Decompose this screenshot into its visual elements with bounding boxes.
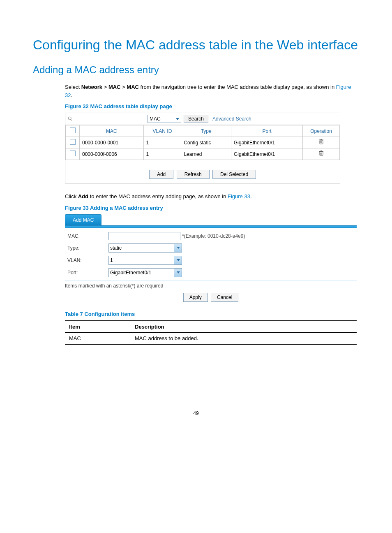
select-all-checkbox[interactable]: [70, 127, 76, 133]
table-row: 0000-0000-0001 1 Config static GigabitEt…: [66, 137, 340, 148]
td-item: MAC: [65, 332, 131, 344]
del-selected-button[interactable]: Del Selected: [212, 170, 256, 179]
table-row: 0000-000f-0006 1 Learned GigabitEthernet…: [66, 148, 340, 160]
col-port[interactable]: Port: [231, 125, 302, 137]
vlan-label: VLAN:: [67, 257, 108, 263]
cell-mac: 0000-0000-0001: [80, 137, 144, 148]
section-title: Adding a MAC address entry: [33, 64, 359, 76]
page-title: Configuring the MAC address table in the…: [33, 37, 359, 53]
cell-vlan: 1: [143, 137, 181, 148]
cell-mac: 0000-000f-0006: [80, 148, 144, 160]
paragraph-2: Click Add to enter the MAC address entry…: [65, 192, 359, 201]
advanced-search-link[interactable]: Advanced Search: [212, 116, 251, 122]
port-label: Port:: [67, 270, 108, 276]
svg-rect-13: [321, 151, 322, 151]
type-label: Type:: [67, 245, 108, 251]
row-checkbox[interactable]: [70, 139, 76, 145]
search-icon: [68, 116, 73, 121]
cell-type: Config static: [181, 137, 231, 148]
vlan-select[interactable]: [108, 256, 182, 265]
search-button[interactable]: Search: [184, 115, 208, 123]
col-mac[interactable]: MAC: [80, 125, 144, 137]
th-item: Item: [65, 321, 131, 333]
cell-port: GigabitEthernet0/1: [231, 148, 302, 160]
row-checkbox[interactable]: [70, 151, 76, 156]
td-description: MAC address to be added.: [131, 332, 357, 344]
required-note: Items marked with an asterisk(*) are req…: [65, 283, 357, 289]
svg-line-1: [71, 120, 72, 121]
figure-33-link[interactable]: Figure 33: [228, 193, 250, 199]
port-select[interactable]: [108, 268, 182, 277]
table-7-caption: Table 7 Configuration items: [65, 311, 359, 317]
svg-rect-6: [319, 140, 323, 141]
svg-rect-12: [319, 151, 323, 152]
page-number: 49: [33, 410, 359, 416]
figure-33-screenshot: Add MAC MAC: *(Example: 0010-dc28-a4e9) …: [65, 214, 357, 302]
th-description: Description: [131, 321, 357, 333]
figure-32-screenshot: Search Advanced Search MAC VLAN ID Type …: [65, 113, 340, 183]
figure-32-caption: Figure 32 MAC address table display page: [65, 103, 359, 109]
add-button[interactable]: Add: [149, 170, 173, 179]
trash-icon[interactable]: [319, 139, 324, 146]
mac-input[interactable]: [108, 232, 180, 240]
intro-paragraph: Select Network > MAC > MAC from the navi…: [65, 83, 359, 99]
cancel-button[interactable]: Cancel: [211, 293, 238, 302]
search-field-select[interactable]: [148, 115, 181, 123]
svg-point-0: [68, 117, 71, 120]
trash-icon[interactable]: [319, 151, 324, 158]
cell-vlan: 1: [143, 148, 181, 160]
type-select[interactable]: [108, 243, 182, 253]
cell-port: GigabitEthernet0/1: [231, 137, 302, 148]
col-operation: Operation: [303, 125, 340, 137]
mac-hint: *(Example: 0010-dc28-a4e9): [182, 233, 245, 239]
search-input[interactable]: [75, 115, 145, 123]
apply-button[interactable]: Apply: [183, 293, 208, 302]
refresh-button[interactable]: Refresh: [177, 170, 210, 179]
mac-label: MAC:: [67, 233, 108, 239]
svg-rect-7: [321, 139, 322, 140]
col-type[interactable]: Type: [181, 125, 231, 137]
add-mac-tab[interactable]: Add MAC: [65, 214, 101, 225]
figure-33-caption: Figure 33 Adding a MAC address entry: [65, 205, 359, 211]
configuration-items-table: Item Description MAC MAC address to be a…: [65, 320, 357, 345]
col-vlan[interactable]: VLAN ID: [143, 125, 181, 137]
cell-type: Learned: [181, 148, 231, 160]
